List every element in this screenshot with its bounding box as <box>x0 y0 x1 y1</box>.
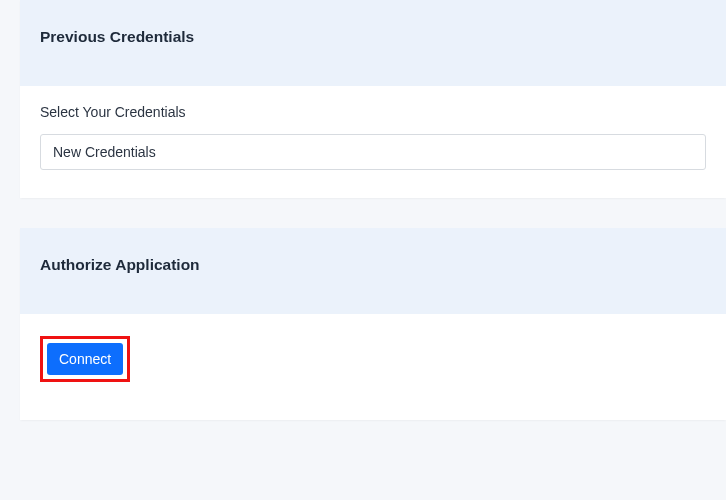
authorize-application-title: Authorize Application <box>40 256 706 274</box>
connect-button[interactable]: Connect <box>47 343 123 375</box>
previous-credentials-header: Previous Credentials <box>20 0 726 86</box>
connect-highlight: Connect <box>40 336 130 382</box>
previous-credentials-title: Previous Credentials <box>40 28 706 46</box>
authorize-application-body: Connect <box>20 314 726 420</box>
credentials-select-wrap: New Credentials <box>40 134 706 170</box>
credentials-select-value: New Credentials <box>53 144 156 160</box>
previous-credentials-body: Select Your Credentials New Credentials <box>20 86 726 198</box>
authorize-application-card: Authorize Application Connect <box>20 228 726 420</box>
credentials-select[interactable]: New Credentials <box>40 134 706 170</box>
authorize-application-header: Authorize Application <box>20 228 726 314</box>
credentials-select-label: Select Your Credentials <box>40 104 706 120</box>
previous-credentials-card: Previous Credentials Select Your Credent… <box>20 0 726 198</box>
